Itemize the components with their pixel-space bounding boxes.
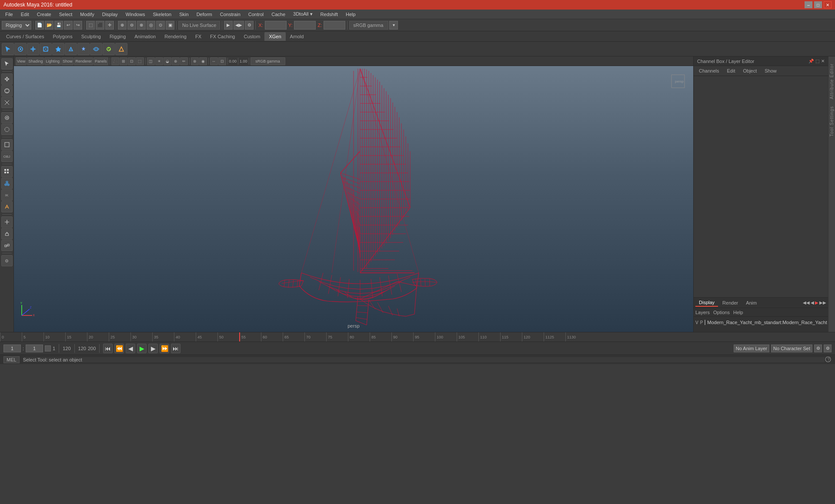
tb-redo[interactable]: ↪ xyxy=(73,21,82,30)
cb-tab-object[interactable]: Object xyxy=(739,67,760,74)
tb-snap5[interactable]: ⊙ xyxy=(156,21,165,30)
tl-tick-105[interactable]: 105 xyxy=(457,332,478,342)
tl-tick-90[interactable]: 90 xyxy=(391,332,413,342)
mel-label[interactable]: MEL xyxy=(3,356,20,363)
shelf-btn-1[interactable] xyxy=(2,43,14,55)
channel-box-close[interactable]: ✕ xyxy=(821,59,825,63)
lt-component[interactable] xyxy=(1,240,13,251)
tb-snap2[interactable]: ⊖ xyxy=(127,21,136,30)
tab-arnold[interactable]: Arnold xyxy=(286,32,308,41)
lt-transform[interactable] xyxy=(1,216,13,228)
vt-renderer[interactable]: Renderer xyxy=(74,57,93,65)
tab-xgen[interactable]: XGen xyxy=(264,32,285,41)
menu-create[interactable]: Create xyxy=(33,11,55,18)
tb-snap4[interactable]: ◎ xyxy=(147,21,155,30)
tl-tick-30[interactable]: 30 xyxy=(130,332,152,342)
cb-tab-show[interactable]: Show xyxy=(761,67,780,74)
vt-resolution[interactable]: ◫ xyxy=(147,57,155,65)
tb-gamma-toggle[interactable]: ▾ xyxy=(389,21,398,30)
tl-tick-0[interactable]: 0 xyxy=(0,332,22,342)
tl-tick-110[interactable]: 110 xyxy=(478,332,500,342)
vt-camera-toggle[interactable]: 🎥 xyxy=(111,57,119,65)
lp-tab-display[interactable]: Display xyxy=(695,299,718,307)
tb-open[interactable]: 📂 xyxy=(45,21,53,30)
lt-paint[interactable] xyxy=(1,112,13,123)
current-frame-input[interactable] xyxy=(3,345,21,352)
tab-curves-surfaces[interactable]: Curves / Surfaces xyxy=(2,32,48,41)
tl-tick-1130[interactable]: 1130 xyxy=(565,332,587,342)
shelf-btn-4[interactable] xyxy=(40,43,52,55)
lt-polygon[interactable] xyxy=(1,139,13,150)
tb-render-settings[interactable]: ⚙ xyxy=(245,21,254,30)
tl-tick-50[interactable]: 50 xyxy=(217,332,239,342)
coord-z-field[interactable] xyxy=(324,21,345,30)
vt-shadow[interactable]: ◒ xyxy=(164,57,171,65)
channel-box-float[interactable]: ⬚ xyxy=(815,59,819,63)
tb-snap6[interactable]: ▣ xyxy=(166,21,174,30)
viewport-canvas[interactable]: persp X Y Z persp xyxy=(14,66,693,332)
menu-constrain[interactable]: Constrain xyxy=(217,11,244,18)
vt-show[interactable]: Show xyxy=(61,57,74,65)
tl-tick-75[interactable]: 75 xyxy=(326,332,348,342)
shelf-btn-6[interactable] xyxy=(65,43,77,55)
tb-snap3[interactable]: ⊗ xyxy=(137,21,146,30)
lp-prev[interactable]: ◀◀ xyxy=(803,300,810,305)
lp-prev2[interactable]: ◀ xyxy=(811,300,814,305)
tl-tick-10[interactable]: 10 xyxy=(43,332,65,342)
tb-save[interactable]: 💾 xyxy=(54,21,63,30)
status-input[interactable] xyxy=(23,357,825,362)
vt-paint[interactable]: ✏ xyxy=(180,57,188,65)
lo-options[interactable]: Options xyxy=(713,310,730,315)
coord-y-field[interactable] xyxy=(294,21,316,30)
lo-help[interactable]: Help xyxy=(733,310,743,315)
pb-prev-frame[interactable]: ⏪ xyxy=(114,344,124,353)
lt-lasso[interactable] xyxy=(1,124,13,135)
tb-snap1[interactable]: ⊕ xyxy=(118,21,127,30)
lt-select[interactable] xyxy=(1,58,13,70)
menu-redshift[interactable]: Redshift xyxy=(317,11,341,18)
minimize-button[interactable]: – xyxy=(805,1,812,8)
tab-rigging[interactable]: Rigging xyxy=(105,32,130,41)
lo-layers[interactable]: Layers xyxy=(695,310,710,315)
vt-gamma-btn[interactable]: sRGB gamma xyxy=(250,57,285,65)
menu-cache[interactable]: Cache xyxy=(268,11,289,18)
tl-tick-5[interactable]: 5 xyxy=(22,332,43,342)
shelf-btn-8[interactable] xyxy=(90,43,102,55)
vt-light[interactable]: ☀ xyxy=(155,57,163,65)
tl-tick-100[interactable]: 100 xyxy=(435,332,457,342)
lt-weight[interactable] xyxy=(1,228,13,239)
shelf-btn-2[interactable] xyxy=(14,43,27,55)
tb-select-lasso[interactable]: ⬚ xyxy=(86,21,95,30)
menu-edit[interactable]: Edit xyxy=(17,11,33,18)
menu-skeleton[interactable]: Skeleton xyxy=(149,11,175,18)
menu-select[interactable]: Select xyxy=(56,11,76,18)
shelf-btn-3[interactable] xyxy=(27,43,39,55)
tl-tick-80[interactable]: 80 xyxy=(348,332,370,342)
tab-animation[interactable]: Animation xyxy=(130,32,160,41)
no-anim-layer-display[interactable]: No Anim Layer xyxy=(734,345,769,352)
vt-view[interactable]: View xyxy=(16,57,27,65)
tab-fx[interactable]: FX xyxy=(191,32,206,41)
vt-sel-highlight[interactable]: ◉ xyxy=(199,57,207,65)
vt-panels[interactable]: Panels xyxy=(94,57,108,65)
vt-shading[interactable]: Shading xyxy=(27,57,44,65)
coord-x-field[interactable] xyxy=(265,21,287,30)
layer-p-btn[interactable]: P xyxy=(700,320,703,325)
menu-file[interactable]: File xyxy=(2,11,17,18)
bc-options-btn[interactable]: ⚙ xyxy=(814,345,822,352)
nav-cube[interactable]: persp xyxy=(667,70,689,92)
lt-joint[interactable] xyxy=(1,178,13,189)
lt-obj[interactable]: OBJ xyxy=(1,151,13,162)
tl-tick-60[interactable]: 60 xyxy=(261,332,283,342)
menu-skin[interactable]: Skin xyxy=(176,11,192,18)
tl-tick-15[interactable]: 15 xyxy=(65,332,87,342)
tl-tick-25[interactable]: 25 xyxy=(109,332,130,342)
tb-move[interactable]: ✛ xyxy=(105,21,114,30)
pb-skip-start[interactable]: ⏮ xyxy=(103,344,113,353)
tl-tick-40[interactable]: 40 xyxy=(174,332,196,342)
layer-color-swatch[interactable] xyxy=(705,320,705,325)
attr-editor-tab[interactable]: Attribute Editor xyxy=(828,60,835,103)
lt-rotate[interactable] xyxy=(1,85,13,96)
menu-control[interactable]: Control xyxy=(245,11,267,18)
no-character-set-display[interactable]: No Character Set xyxy=(771,345,812,352)
